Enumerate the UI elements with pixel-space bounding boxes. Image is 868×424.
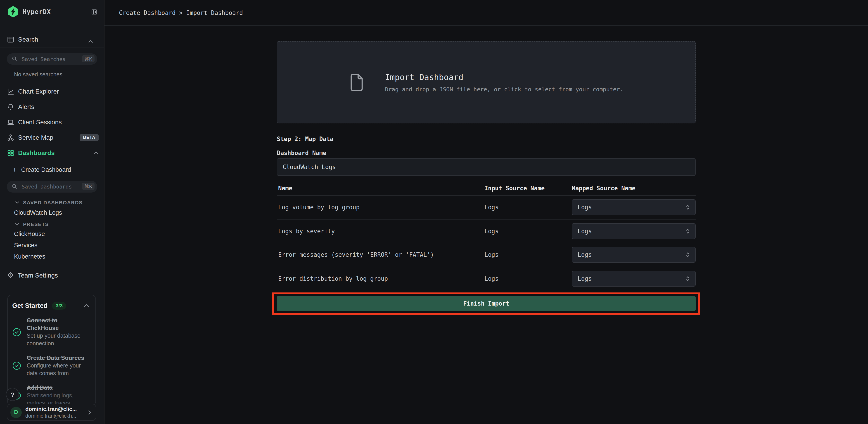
task-title: Connect to ClickHouse (27, 317, 86, 332)
create-dashboard-button[interactable]: + Create Dashboard (0, 162, 104, 177)
dropzone-text: Import Dashboard Drag and drop a JSON fi… (385, 72, 623, 92)
mapped-source-select[interactable]: Logs (572, 200, 696, 216)
import-dropzone[interactable]: Import Dashboard Drag and drop a JSON fi… (277, 41, 696, 123)
mapped-source-select[interactable]: Logs (572, 223, 696, 239)
get-started-header[interactable]: Get Started 3/3 (12, 301, 91, 311)
get-started-item-add-data[interactable]: Add Data Start sending logs, metrics, or… (12, 384, 91, 406)
column-header-name: Name (277, 185, 485, 192)
mapped-source-select[interactable]: Logs (572, 271, 696, 287)
user-name: dominic.tran@clic... (25, 406, 77, 413)
finish-import-wrap: Finish Import (277, 296, 696, 311)
sidebar-item-chart-explorer[interactable]: Chart Explorer (0, 84, 104, 99)
get-started-item-text: Connect to ClickHouse Set up your databa… (27, 317, 86, 348)
input-source-cell: Logs (485, 228, 572, 235)
preset-name: ClickHouse (14, 231, 45, 237)
input-source-cell: Logs (485, 275, 572, 282)
dashboard-name-input[interactable] (277, 158, 696, 176)
select-chevrons-icon (686, 252, 690, 258)
chevron-up-icon (88, 40, 93, 43)
finish-import-button[interactable]: Finish Import (277, 296, 696, 311)
group-title: SAVED DASHBOARDS (23, 200, 83, 205)
sidebar-item-dashboards[interactable]: Dashboards (0, 145, 104, 160)
sidebar-item-client-sessions[interactable]: Client Sessions (0, 115, 104, 130)
chevron-down-icon (15, 223, 20, 226)
plus-icon: + (13, 166, 17, 173)
sidebar-item-team-settings[interactable]: ⚙ Team Settings (0, 268, 104, 283)
chevron-up-icon (84, 304, 89, 307)
chart-explorer-icon (7, 88, 14, 95)
hyperdx-logo-icon (7, 6, 19, 18)
sidebar-preset-services[interactable]: Services (0, 239, 104, 251)
task-subtitle: Configure where your data comes from (27, 362, 86, 378)
presets-group-header[interactable]: PRESETS (0, 220, 104, 228)
table-row: Error messages (severity 'ERROR' or 'FAT… (277, 243, 696, 267)
beta-badge: BETA (80, 134, 99, 141)
dropzone-subtitle: Drag and drop a JSON file here, or click… (385, 86, 623, 92)
chart-name-cell: Error messages (severity 'ERROR' or 'FAT… (277, 252, 485, 258)
preset-name: Services (14, 242, 37, 249)
sidebar-nav: Chart Explorer Alerts Client Sessions (0, 84, 104, 160)
chart-name-cell: Logs by severity (277, 228, 485, 235)
app-title: HyperDX (23, 8, 51, 15)
sidebar-section-search[interactable]: Search (0, 24, 104, 47)
mapped-source-select[interactable]: Logs (572, 247, 696, 263)
column-header-input-source: Input Source Name (485, 185, 572, 192)
column-header-mapped-source: Mapped Source Name (572, 185, 696, 192)
chevron-right-icon (88, 410, 91, 415)
breadcrumb[interactable]: Create Dashboard > Import Dashboard (119, 9, 243, 16)
laptop-icon (7, 119, 14, 125)
sidebar-item-label: Service Map (18, 134, 53, 141)
saved-dashboards-group-header[interactable]: SAVED DASHBOARDS (0, 198, 104, 206)
user-texts: dominic.tran@clic... dominic.tran@clickh… (25, 406, 77, 419)
logo-row: HyperDX (0, 0, 104, 24)
table-row: Logs by severity Logs Logs (277, 220, 696, 243)
shortcut-badge: ⌘K (82, 55, 95, 62)
select-chevrons-icon (686, 228, 690, 235)
table-header: Name Input Source Name Mapped Source Nam… (277, 181, 696, 196)
search-icon (12, 56, 18, 62)
saved-dashboards-search: ⌘K (7, 181, 97, 193)
import-panel: Import Dashboard Drag and drop a JSON fi… (277, 26, 696, 424)
file-icon (349, 73, 364, 92)
chart-name-cell: Log volume by log group (277, 204, 485, 211)
get-started-title: Get Started (12, 302, 48, 309)
sidebar-preset-clickhouse[interactable]: ClickHouse (0, 228, 104, 239)
sidebar-item-alerts[interactable]: Alerts (0, 99, 104, 115)
create-dashboard-label: Create Dashboard (21, 166, 71, 173)
search-icon (12, 184, 18, 189)
content: Import Dashboard Drag and drop a JSON fi… (104, 26, 868, 424)
sidebar-item-label: Client Sessions (18, 119, 62, 126)
avatar: D (10, 406, 22, 418)
select-value: Logs (578, 275, 592, 282)
chart-name-cell: Error distribution by log group (277, 275, 485, 282)
sidebar-item-label: Team Settings (18, 272, 58, 279)
dashboard-name: CloudWatch Logs (14, 209, 62, 216)
sidebar-preset-kubernetes[interactable]: Kubernetes (0, 251, 104, 262)
get-started-item-sources[interactable]: Create Data Sources Configure where your… (12, 354, 91, 378)
get-started-item-text: Add Data Start sending logs, metrics, or… (27, 384, 86, 406)
chevron-down-icon (15, 201, 20, 204)
get-started-items: Connect to ClickHouse Set up your databa… (12, 317, 91, 406)
select-value: Logs (578, 204, 592, 211)
select-chevrons-icon (686, 204, 690, 211)
task-subtitle: Set up your database connection (27, 332, 86, 348)
app-root: HyperDX Search (0, 0, 868, 424)
chevron-up-icon (94, 151, 99, 154)
check-circle-icon (12, 361, 21, 370)
search-nav-icon (7, 36, 14, 43)
sidebar-dashboard-cloudwatch-logs[interactable]: CloudWatch Logs (0, 206, 104, 218)
sidebar-item-label: Alerts (18, 103, 34, 110)
user-menu[interactable]: D dominic.tran@clic... dominic.tran@clic… (7, 404, 96, 421)
collapse-sidebar-icon[interactable] (91, 9, 97, 15)
get-started-item-connect[interactable]: Connect to ClickHouse Set up your databa… (12, 317, 91, 348)
select-value: Logs (578, 228, 592, 235)
get-started-item-text: Create Data Sources Configure where your… (27, 354, 86, 378)
sidebar-item-service-map[interactable]: Service Map BETA (0, 130, 104, 145)
bell-icon (7, 103, 14, 110)
help-button[interactable]: ? (6, 388, 19, 401)
select-value: Logs (578, 252, 592, 258)
table-row: Error distribution by log group Logs Log… (277, 267, 696, 290)
shortcut-badge: ⌘K (82, 183, 95, 190)
get-started-card: Get Started 3/3 Connect to ClickHouse (7, 295, 96, 406)
input-source-cell: Logs (485, 204, 572, 211)
